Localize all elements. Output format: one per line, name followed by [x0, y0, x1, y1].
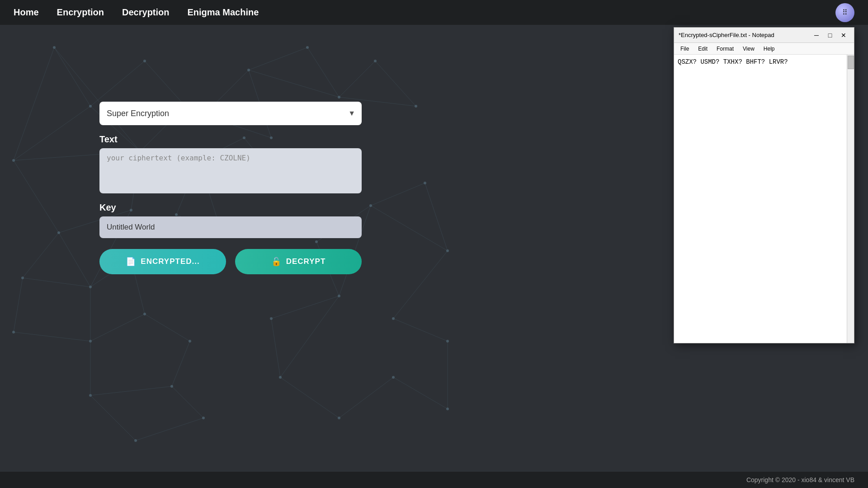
nav-enigma[interactable]: Enigma Machine [188, 7, 259, 18]
encrypted-button-label: ENCRYPTED... [141, 257, 199, 266]
footer: Copyright © 2020 - xio84 & vincent VB [0, 472, 868, 488]
notepad-scrollbar[interactable] [847, 55, 854, 343]
lock-icon: 🔓 [271, 257, 282, 267]
notepad-menu-edit[interactable]: Edit [694, 45, 711, 53]
notepad-menu-file[interactable]: File [677, 45, 693, 53]
notepad-content[interactable]: QSZX? USMD? TXHX? BHFT? LRVR? [674, 55, 854, 343]
notepad-scrollbar-thumb[interactable] [848, 56, 854, 69]
user-avatar[interactable] [835, 3, 854, 22]
buttons-row: 📄 ENCRYPTED... 🔓 DECRYPT [99, 249, 362, 274]
cipher-dropdown[interactable]: Super Encryption Caesar Cipher Vigenere … [99, 102, 362, 125]
notepad-maximize-button[interactable]: □ [824, 30, 836, 40]
notepad-text: QSZX? USMD? TXHX? BHFT? LRVR? [678, 58, 788, 66]
notepad-title: *Encrypted-sCipherFile.txt - Notepad [679, 32, 774, 38]
notepad-window: *Encrypted-sCipherFile.txt - Notepad ─ □… [674, 27, 854, 343]
key-label: Key [99, 202, 362, 213]
notepad-menubar: File Edit Format View Help [674, 43, 854, 55]
notepad-controls: ─ □ ✕ [811, 30, 849, 40]
nav-encryption[interactable]: Encryption [57, 7, 104, 18]
decrypt-button-label: DECRYPT [286, 257, 326, 266]
footer-copyright: Copyright © 2020 - xio84 & vincent VB [746, 476, 854, 483]
notepad-menu-help[interactable]: Help [760, 45, 778, 53]
notepad-minimize-button[interactable]: ─ [811, 30, 822, 40]
notepad-titlebar: *Encrypted-sCipherFile.txt - Notepad ─ □… [674, 28, 854, 43]
nav-decryption[interactable]: Decryption [122, 7, 169, 18]
notepad-menu-format[interactable]: Format [713, 45, 737, 53]
key-input[interactable] [99, 216, 362, 238]
encrypted-button[interactable]: 📄 ENCRYPTED... [99, 249, 226, 274]
navbar: Home Encryption Decryption Enigma Machin… [0, 0, 868, 25]
dropdown-wrapper: Super Encryption Caesar Cipher Vigenere … [99, 102, 362, 125]
form-container: Super Encryption Caesar Cipher Vigenere … [99, 102, 362, 274]
decrypt-button[interactable]: 🔓 DECRYPT [235, 249, 362, 274]
main-content: Super Encryption Caesar Cipher Vigenere … [0, 25, 461, 463]
notepad-menu-view[interactable]: View [739, 45, 758, 53]
text-input[interactable] [99, 148, 362, 193]
file-icon: 📄 [126, 257, 136, 267]
notepad-close-button[interactable]: ✕ [838, 30, 849, 40]
nav-home[interactable]: Home [14, 7, 39, 18]
text-label: Text [99, 134, 362, 145]
